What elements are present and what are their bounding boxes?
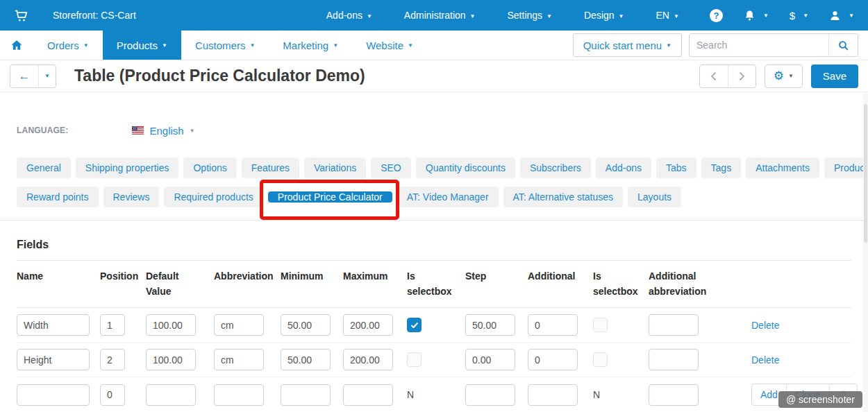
additional-input[interactable]: [528, 349, 578, 370]
tab-content-divider: [0, 220, 868, 221]
back-history-dropdown[interactable]: ▼: [38, 65, 56, 87]
quick-start-menu-button[interactable]: Quick start menu▼: [573, 33, 682, 57]
additional-input[interactable]: [528, 314, 578, 336]
maximum-input[interactable]: [343, 314, 393, 336]
menu-addons[interactable]: Add-ons▼: [326, 10, 372, 21]
position-input[interactable]: [100, 384, 125, 406]
chevron-left-icon: [710, 71, 717, 81]
tab-at-video-manager[interactable]: AT: Video Manager: [397, 187, 499, 207]
chevron-down-icon: ▼: [44, 73, 50, 79]
product-tabs-row-2: Reward points Reviews Required products …: [17, 187, 851, 207]
settings-gear-button[interactable]: ⚙ ▼: [765, 65, 803, 88]
tab-general[interactable]: General: [17, 157, 71, 178]
menu-administration[interactable]: Administration▼: [404, 10, 476, 21]
tab-reviews[interactable]: Reviews: [103, 187, 160, 207]
page-header: ← ▼ Table (Product Price Calculator Demo…: [0, 60, 868, 92]
maximum-input[interactable]: [343, 384, 393, 406]
col-header-maximum: Maximum: [343, 261, 407, 308]
step-input[interactable]: [465, 349, 515, 370]
additional-input[interactable]: [528, 384, 578, 406]
tab-product-price-calculator[interactable]: Product Price Calculator: [268, 191, 392, 203]
tab-product-bundles[interactable]: Product bundles: [824, 157, 868, 178]
abbreviation-input[interactable]: [214, 384, 264, 406]
additional-abbreviation-input[interactable]: [649, 314, 699, 336]
tab-seo[interactable]: SEO: [371, 157, 411, 178]
is-selectbox-checkbox[interactable]: [407, 318, 422, 332]
page-title: Table (Product Price Calculator Demo): [74, 67, 365, 85]
currency-button[interactable]: $ ▼: [790, 10, 808, 22]
previous-item-button[interactable]: [700, 65, 728, 87]
home-button[interactable]: [0, 31, 33, 60]
tab-tags[interactable]: Tags: [701, 157, 742, 178]
default-value-input[interactable]: [146, 384, 196, 406]
tab-options[interactable]: Options: [183, 157, 236, 178]
storefront-label[interactable]: Storefront: CS-Cart: [53, 10, 136, 21]
step-input[interactable]: [465, 384, 515, 406]
tab-variations[interactable]: Variations: [304, 157, 366, 178]
menu-design[interactable]: Design▼: [584, 10, 624, 21]
tab-at-alternative-statuses[interactable]: AT: Alternative statuses: [503, 187, 623, 207]
additional-abbreviation-input[interactable]: [649, 384, 699, 406]
is-selectbox-2-checkbox[interactable]: [593, 318, 608, 332]
menu-settings[interactable]: Settings▼: [507, 10, 552, 21]
minimum-input[interactable]: [281, 314, 331, 336]
col-header-is-selectbox-2: Is selectbox: [593, 261, 649, 308]
next-item-button[interactable]: [728, 65, 756, 87]
minimum-input[interactable]: [281, 349, 331, 370]
menu-language-en[interactable]: EN▼: [656, 10, 679, 21]
search-button[interactable]: [828, 34, 858, 56]
tab-addons[interactable]: Add-ons: [596, 157, 651, 178]
tab-shipping-properties[interactable]: Shipping properties: [76, 157, 179, 178]
content-area: LANGUAGE: English ▼ General Shipping pro…: [0, 123, 868, 412]
chevron-down-icon: ▼: [83, 42, 89, 49]
is-selectbox-checkbox[interactable]: [407, 352, 422, 367]
tab-tabs[interactable]: Tabs: [656, 157, 696, 178]
cart-icon[interactable]: [14, 8, 29, 23]
name-input[interactable]: [17, 314, 90, 336]
abbreviation-input[interactable]: [214, 349, 264, 370]
default-value-input[interactable]: [146, 314, 196, 336]
tab-features[interactable]: Features: [242, 157, 299, 178]
col-header-additional-abbreviation: Additional abbreviation: [649, 261, 751, 308]
is-selectbox-flag: N: [407, 389, 414, 400]
nav-item-website[interactable]: Website▼: [352, 31, 427, 60]
name-input[interactable]: [17, 349, 90, 370]
nav-item-marketing[interactable]: Marketing▼: [269, 31, 352, 60]
tab-layouts[interactable]: Layouts: [628, 187, 681, 207]
notifications-button[interactable]: ▼: [744, 10, 769, 22]
tab-quantity-discounts[interactable]: Quantity discounts: [416, 157, 515, 178]
scrollbar[interactable]: [863, 93, 868, 412]
name-input[interactable]: [17, 384, 90, 406]
language-selector[interactable]: English ▼: [132, 125, 194, 137]
chevron-down-icon: ▼: [470, 13, 476, 19]
nav-item-products[interactable]: Products▼: [103, 31, 181, 60]
tab-required-products[interactable]: Required products: [164, 187, 262, 207]
additional-abbreviation-input[interactable]: [649, 349, 699, 370]
col-header-minimum: Minimum: [281, 261, 343, 308]
tab-reward-points[interactable]: Reward points: [17, 187, 99, 207]
step-input[interactable]: [465, 314, 515, 336]
nav-item-customers[interactable]: Customers▼: [181, 31, 269, 60]
delete-link[interactable]: Delete: [751, 354, 779, 366]
minimum-input[interactable]: [281, 384, 331, 406]
nav-item-orders[interactable]: Orders▼: [33, 31, 103, 60]
tab-subscribers[interactable]: Subscribers: [520, 157, 591, 178]
save-button[interactable]: Save: [811, 65, 858, 88]
default-value-input[interactable]: [146, 349, 196, 370]
is-selectbox-2-checkbox[interactable]: [593, 352, 608, 367]
gear-icon: ⚙: [774, 69, 784, 83]
maximum-input[interactable]: [343, 349, 393, 370]
user-menu-button[interactable]: ▼: [829, 10, 854, 22]
position-input[interactable]: [100, 314, 125, 336]
delete-link[interactable]: Delete: [751, 320, 779, 331]
back-button[interactable]: ←: [10, 65, 38, 87]
user-icon: [829, 10, 841, 22]
scrollbar-thumb[interactable]: [864, 104, 867, 243]
search-input[interactable]: [690, 34, 828, 56]
help-icon[interactable]: ?: [710, 9, 723, 22]
abbreviation-input[interactable]: [214, 314, 264, 336]
topbar-menus: Add-ons▼ Administration▼ Settings▼ Desig…: [326, 10, 679, 21]
table-row: Delete: [17, 308, 851, 343]
position-input[interactable]: [100, 349, 125, 370]
tab-attachments[interactable]: Attachments: [746, 157, 819, 178]
